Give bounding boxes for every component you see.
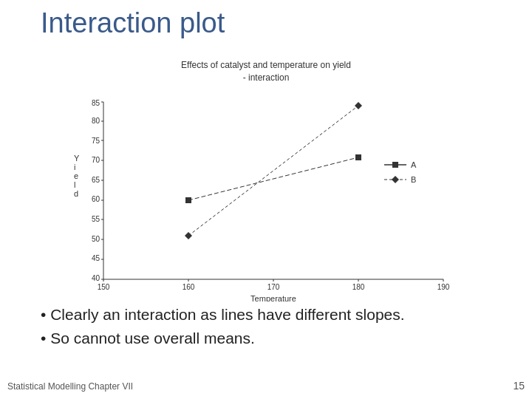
svg-text:B: B	[411, 175, 416, 184]
svg-text:170: 170	[267, 283, 280, 291]
svg-line-40	[188, 157, 358, 200]
svg-text:150: 150	[98, 283, 110, 291]
svg-rect-46	[392, 162, 398, 168]
svg-text:50: 50	[92, 235, 100, 243]
svg-marker-41	[185, 232, 192, 239]
chart-title: Effects of catalyst and temperature on y…	[59, 59, 473, 84]
svg-text:75: 75	[92, 137, 100, 145]
svg-line-39	[188, 106, 358, 236]
svg-text:Temperature: Temperature	[250, 294, 296, 301]
chart-container: Effects of catalyst and temperature on y…	[59, 59, 473, 296]
chart-area: 40 45 50 55 60 65 70 75 80	[59, 87, 473, 301]
svg-text:190: 190	[437, 283, 450, 291]
svg-text:i: i	[74, 163, 75, 171]
svg-text:60: 60	[92, 195, 100, 203]
bullet-1: Clearly an interaction as lines have dif…	[41, 303, 405, 327]
page-title: Interaction plot	[41, 7, 225, 39]
svg-text:d: d	[74, 189, 78, 198]
svg-text:45: 45	[92, 254, 100, 262]
svg-rect-44	[355, 154, 361, 160]
svg-rect-43	[185, 197, 191, 203]
svg-text:65: 65	[92, 176, 100, 184]
footer-page: 15	[513, 380, 525, 392]
svg-text:160: 160	[183, 283, 195, 291]
svg-marker-49	[392, 176, 399, 183]
bullet-2: So cannot use overall means.	[41, 327, 405, 350]
svg-text:40: 40	[92, 274, 100, 282]
svg-text:Y: Y	[74, 154, 80, 163]
svg-marker-42	[355, 102, 362, 109]
svg-text:A: A	[411, 160, 417, 169]
footer-left: Statistical Modelling Chapter VII	[7, 381, 133, 392]
svg-text:180: 180	[352, 283, 365, 291]
svg-text:85: 85	[92, 99, 100, 107]
svg-text:55: 55	[92, 215, 100, 223]
svg-text:e: e	[74, 171, 78, 180]
svg-text:70: 70	[92, 156, 100, 164]
svg-text:80: 80	[92, 117, 100, 125]
svg-text:l: l	[74, 180, 75, 189]
bullet-section: Clearly an interaction as lines have dif…	[41, 303, 405, 349]
